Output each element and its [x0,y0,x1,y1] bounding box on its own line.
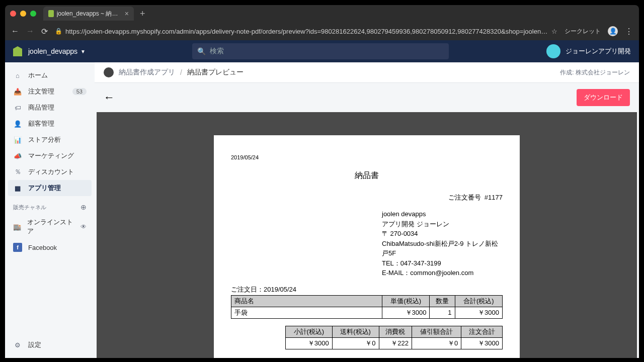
app-header: joolen_devapps ▼ 🔍 検索 ジョーレンアプリ開発 [5,40,639,62]
sidebar-item-label: 注文管理 [28,87,54,96]
sidebar-item-label: Facebook [28,244,57,251]
discount-icon: ％ [13,167,22,176]
main-layout: ⌂ ホーム 📥 注文管理 53 🏷 商品管理 👤 顧客管理 📊 ストア分析 [5,62,639,358]
tab-title: joolen_devapps ~ 納品書作成ア [57,10,122,18]
avatar [546,44,560,58]
sidebar-item-marketing[interactable]: 📣 マーケティング [8,148,92,164]
facebook-icon: f [13,243,22,252]
tag-icon: 🏷 [13,103,22,112]
add-channel-button[interactable]: ⊕ [80,203,87,211]
search-placeholder: 検索 [210,47,224,56]
sidebar-item-home[interactable]: ⌂ ホーム [8,67,92,83]
doc-print-date: 2019/05/24 [231,154,503,160]
order-date: ご注文日：2019/05/24 [231,285,503,294]
shopify-favicon-icon [48,10,54,17]
search-input[interactable]: 🔍 検索 [192,43,449,59]
content: 納品書作成アプリ / 納品書プレビュー 作成: 株式会社ジョーレン ← ダウンロ… [95,62,639,358]
table-row: 手袋 ￥3000 1 ￥3000 [231,307,503,318]
reload-icon[interactable]: ⟳ [41,27,48,36]
apps-icon: ▦ [13,184,22,193]
user-menu[interactable]: ジョーレンアプリ開発 [546,44,631,58]
megaphone-icon: 📣 [13,151,22,160]
sidebar-item-label: ストア分析 [28,135,61,144]
back-icon[interactable]: ← [11,27,19,36]
shop-name-label: joolen_devapps [28,47,77,55]
chevron-down-icon: ▼ [80,49,86,54]
forward-icon[interactable]: → [26,27,34,36]
browser-chrome: joolen_devapps ~ 納品書作成ア × + ← → ⟳ 🔒 http… [5,5,639,40]
doc-title: 納品書 [231,170,503,181]
order-number: ご注文番号 #1177 [231,193,503,202]
sidebar-channel-online-store[interactable]: 🏬 オンラインストア 👁 [8,214,92,239]
sidebar-item-customers[interactable]: 👤 顧客管理 [8,116,92,132]
sidebar-item-discounts[interactable]: ％ ディスカウント [8,164,92,180]
sidebar-item-label: 商品管理 [28,103,54,112]
download-button[interactable]: ダウンロード [577,89,630,106]
orders-icon: 📥 [13,87,22,96]
sidebar-item-label: 設定 [28,340,41,349]
sidebar-channel-facebook[interactable]: f Facebook [8,239,92,255]
items-table: 商品名 単価(税込) 数量 合計(税込) 手袋 ￥3000 1 ￥3000 [231,295,503,319]
gear-icon: ⚙ [13,340,22,349]
window-controls [10,11,36,17]
sidebar-item-settings[interactable]: ⚙ 設定 [8,337,92,353]
created-by-label: 作成: 株式会社ジョーレン [560,68,630,77]
breadcrumb-separator: / [180,68,182,76]
url-text: https://joolen-devapps.myshopify.com/adm… [65,28,548,35]
back-button[interactable]: ← [104,91,115,104]
shop-selector[interactable]: joolen_devapps ▼ [28,47,86,55]
close-tab-icon[interactable]: × [125,10,129,18]
sidebar-item-label: ホーム [28,71,48,80]
incognito-icon[interactable]: 👤 [608,26,618,36]
maximize-window-icon[interactable] [30,11,36,17]
address-bar: ← → ⟳ 🔒 https://joolen-devapps.myshopify… [5,22,639,40]
breadcrumb-app-link[interactable]: 納品書作成アプリ [119,68,175,77]
new-tab-button[interactable]: + [140,9,145,19]
browser-menu-icon[interactable]: ⋮ [625,27,633,36]
sidebar: ⌂ ホーム 📥 注文管理 53 🏷 商品管理 👤 顧客管理 📊 ストア分析 [5,62,95,358]
tab-bar: joolen_devapps ~ 納品書作成ア × + [5,5,639,22]
pdf-preview-area[interactable]: 2019/05/24 納品書 ご注文番号 #1177 joolen devapp… [97,112,637,358]
sidebar-item-label: ディスカウント [28,167,74,176]
user-name-label: ジョーレンアプリ開発 [566,47,631,56]
company-info: joolen devapps アプリ開発 ジョーレン 〒 270-0034 Ch… [382,209,503,278]
user-icon: 👤 [13,119,22,128]
sidebar-item-label: 顧客管理 [28,119,54,128]
delivery-note-document: 2019/05/24 納品書 ご注文番号 #1177 joolen devapp… [214,135,520,358]
orders-badge: 53 [72,88,87,95]
sidebar-item-products[interactable]: 🏷 商品管理 [8,100,92,116]
shopify-logo-icon [13,46,22,56]
sidebar-item-apps[interactable]: ▦ アプリ管理 [8,180,92,196]
sidebar-item-analytics[interactable]: 📊 ストア分析 [8,132,92,148]
analytics-icon: 📊 [13,135,22,144]
bookmark-icon[interactable]: ☆ [551,28,557,35]
eye-icon[interactable]: 👁 [80,223,87,230]
sidebar-item-label: アプリ管理 [28,184,61,193]
breadcrumb-current: 納品書プレビュー [187,68,244,77]
store-icon: 🏬 [13,222,21,231]
breadcrumb: 納品書作成アプリ / 納品書プレビュー 作成: 株式会社ジョーレン [95,62,639,83]
toolbar: ← ダウンロード [95,83,639,112]
totals-table: 小計(税込) 送料(税込) 消費税 値引額合計 注文合計 ￥3000 ￥0 ￥2… [285,326,503,349]
channels-section-label: 販売チャネル ⊕ [8,196,92,214]
close-window-icon[interactable] [10,11,16,17]
table-row: ￥3000 ￥0 ￥222 ￥0 ￥3000 [286,337,503,349]
incognito-label: シークレット [565,27,601,36]
sidebar-item-label: オンラインストア [27,218,74,236]
browser-tab[interactable]: joolen_devapps ~ 納品書作成ア × [43,7,134,21]
lock-icon: 🔒 [55,28,62,35]
minimize-window-icon[interactable] [20,11,26,17]
home-icon: ⌂ [13,71,22,80]
table-header-row: 商品名 単価(税込) 数量 合計(税込) [231,295,503,307]
app-window: joolen_devapps ▼ 🔍 検索 ジョーレンアプリ開発 ⌂ ホーム 📥… [5,40,639,358]
sidebar-item-label: マーケティング [28,151,74,160]
url-field[interactable]: 🔒 https://joolen-devapps.myshopify.com/a… [55,28,557,35]
sidebar-item-orders[interactable]: 📥 注文管理 53 [8,83,92,100]
app-avatar-icon [104,67,114,77]
table-header-row: 小計(税込) 送料(税込) 消費税 値引額合計 注文合計 [286,326,503,337]
search-icon: 🔍 [197,47,206,55]
